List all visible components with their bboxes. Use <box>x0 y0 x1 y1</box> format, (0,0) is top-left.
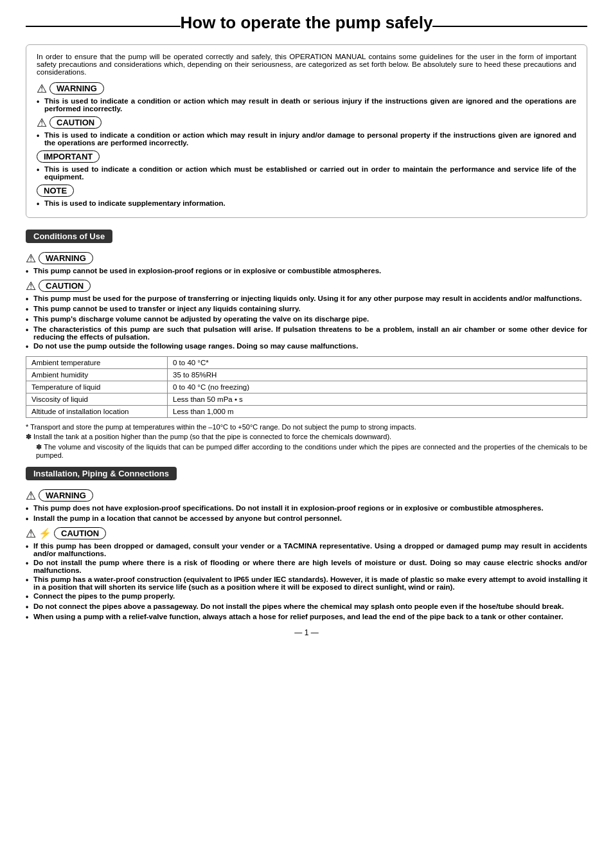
conditions-caution-bullet-4: • Do not use the pump outside the follow… <box>26 342 587 351</box>
conditions-caution-badge-row: ⚠ CAUTION <box>26 280 587 292</box>
conditions-caution-bullet-0: • This pump must be used for the purpose… <box>26 294 587 303</box>
installation-header: Installation, Piping & Connections <box>26 467 177 480</box>
legend-box: In order to ensure that the pump will be… <box>26 44 587 218</box>
conditions-caution-bullet-2: • This pump's discharge volume cannot be… <box>26 315 587 324</box>
installation-caution-bullet-2: • This pump has a water-proof constructi… <box>26 575 587 591</box>
important-legend-badge-row: IMPORTANT <box>37 150 576 163</box>
installation-caution-bullet-3: • Connect the pipes to the pump properly… <box>26 592 587 601</box>
conditions-caution-text-1: This pump cannot be used to transfer or … <box>33 305 301 312</box>
table-row: Temperature of liquid0 to 40 °C (no free… <box>26 381 587 393</box>
footnote-2: ✽ The volume and viscosity of the liquid… <box>36 443 587 459</box>
intro-text: In order to ensure that the pump will be… <box>37 53 576 76</box>
table-cell-value: Less than 1,000 m <box>168 406 587 418</box>
caution-badge: CAUTION <box>49 116 102 129</box>
table-row: Viscosity of liquidLess than 50 mPa • s <box>26 393 587 406</box>
installation-caution-bullet-1: • Do not install the pump where there is… <box>26 559 587 574</box>
note-legend-badge-row: NOTE <box>37 185 576 197</box>
conditions-warning-badge: WARNING <box>39 252 93 264</box>
installation-warning-badge-row: ⚠ WARNING <box>26 489 587 502</box>
installation-warning-triangle-icon: ⚠ <box>26 490 36 502</box>
usage-table: Ambient temperature0 to 40 °C*Ambient hu… <box>26 356 587 418</box>
page-title: How to operate the pump safely <box>181 13 433 33</box>
important-legend-text: This is used to indicate a condition or … <box>44 165 576 181</box>
conditions-of-use-header: Conditions of Use <box>26 230 112 243</box>
conditions-warning-triangle-icon: ⚠ <box>26 253 36 264</box>
conditions-caution-triangle-icon: ⚠ <box>26 280 36 292</box>
caution-legend-text: This is used to indicate a condition or … <box>44 131 576 147</box>
installation-warning-bullet-1: • Install the pump in a location that ca… <box>26 514 587 523</box>
page-title-wrapper: How to operate the pump safely <box>26 13 587 39</box>
installation-electric-triangle-icon: ⚡ <box>39 529 51 539</box>
footnote-0: * Transport and store the pump at temper… <box>26 423 587 431</box>
installation-warning-text-1: Install the pump in a location that cann… <box>33 514 342 522</box>
installation-caution-badge: CAUTION <box>54 527 106 539</box>
footnote-1: ✽ Install the tank at a position higher … <box>26 433 587 441</box>
caution-legend-badge-row: ⚠ CAUTION <box>37 116 576 129</box>
installation-caution-text-5: When using a pump with a relief-valve fu… <box>33 613 563 620</box>
conditions-caution-bullet-3: • The characteristics of this pump are s… <box>26 325 587 341</box>
conditions-caution-text-3: The characteristics of this pump are suc… <box>33 325 587 341</box>
conditions-warning-text-0: This pump cannot be used in explosion-pr… <box>33 267 381 275</box>
installation-warning-text-0: This pump does not have explosion-proof … <box>33 504 544 512</box>
warning-badge: WARNING <box>49 82 104 95</box>
installation-warning-badge: WARNING <box>39 489 93 502</box>
conditions-caution-badge: CAUTION <box>39 280 91 292</box>
table-cell-label: Altitude of installation location <box>26 406 168 418</box>
warning-legend-text: This is used to indicate a condition or … <box>44 97 576 113</box>
conditions-caution-text-4: Do not use the pump outside the followin… <box>33 342 358 350</box>
conditions-caution-text-2: This pump's discharge volume cannot be a… <box>33 315 369 323</box>
title-line-right <box>432 26 587 27</box>
installation-caution-bullet-5: • When using a pump with a relief-valve … <box>26 613 587 622</box>
table-cell-label: Viscosity of liquid <box>26 393 168 406</box>
conditions-warning-bullet-0: • This pump cannot be used in explosion-… <box>26 267 587 276</box>
caution-legend-bullet: • This is used to indicate a condition o… <box>37 131 576 147</box>
installation-caution-text-1: Do not install the pump where there is a… <box>33 559 587 574</box>
installation-caution-bullet-0: • If this pump has been dropped or damag… <box>26 542 587 557</box>
conditions-warning-badge-row: ⚠ WARNING <box>26 252 587 264</box>
note-legend-bullet: • This is used to indicate supplementary… <box>37 199 576 208</box>
installation-caution-text-2: This pump has a water-proof construction… <box>33 575 587 591</box>
installation-caution-text-0: If this pump has been dropped or damaged… <box>33 542 587 557</box>
installation-caution-text-4: Do not connect the pipes above a passage… <box>33 602 564 610</box>
table-cell-value: 0 to 40 °C (no freezing) <box>168 381 587 393</box>
conditions-of-use-section: Conditions of Use ⚠ WARNING • This pump … <box>26 227 587 459</box>
table-row: Ambient temperature0 to 40 °C* <box>26 357 587 369</box>
warning-triangle-icon: ⚠ <box>37 83 47 95</box>
important-legend-bullet: • This is used to indicate a condition o… <box>37 165 576 181</box>
table-cell-label: Ambient temperature <box>26 357 168 369</box>
installation-caution-badge-row: ⚠ ⚡ CAUTION <box>26 527 587 539</box>
warning-legend-bullet: • This is used to indicate a condition o… <box>37 97 576 113</box>
important-badge: IMPORTANT <box>37 150 100 163</box>
conditions-caution-bullet-1: • This pump cannot be used to transfer o… <box>26 305 587 314</box>
table-cell-value: Less than 50 mPa • s <box>168 393 587 406</box>
page-number: — 1 — <box>26 628 587 637</box>
title-line-left <box>26 26 181 27</box>
table-cell-value: 35 to 85%RH <box>168 369 587 381</box>
table-row: Altitude of installation locationLess th… <box>26 406 587 418</box>
installation-caution-text-3: Connect the pipes to the pump properly. <box>33 592 175 600</box>
installation-caution-bullet-4: • Do not connect the pipes above a passa… <box>26 602 587 611</box>
table-cell-value: 0 to 40 °C* <box>168 357 587 369</box>
installation-section: Installation, Piping & Connections ⚠ WAR… <box>26 464 587 622</box>
conditions-caution-text-0: This pump must be used for the purpose o… <box>33 294 582 302</box>
warning-legend-badge-row: ⚠ WARNING <box>37 82 576 95</box>
table-row: Ambient humidity35 to 85%RH <box>26 369 587 381</box>
caution-triangle-icon: ⚠ <box>37 117 47 129</box>
note-legend-text: This is used to indicate supplementary i… <box>44 199 226 207</box>
note-badge: NOTE <box>37 185 74 197</box>
table-cell-label: Temperature of liquid <box>26 381 168 393</box>
footnotes-container: * Transport and store the pump at temper… <box>26 423 587 459</box>
installation-caution-triangle-icon: ⚠ <box>26 528 36 539</box>
table-cell-label: Ambient humidity <box>26 369 168 381</box>
installation-warning-bullet-0: • This pump does not have explosion-proo… <box>26 504 587 513</box>
